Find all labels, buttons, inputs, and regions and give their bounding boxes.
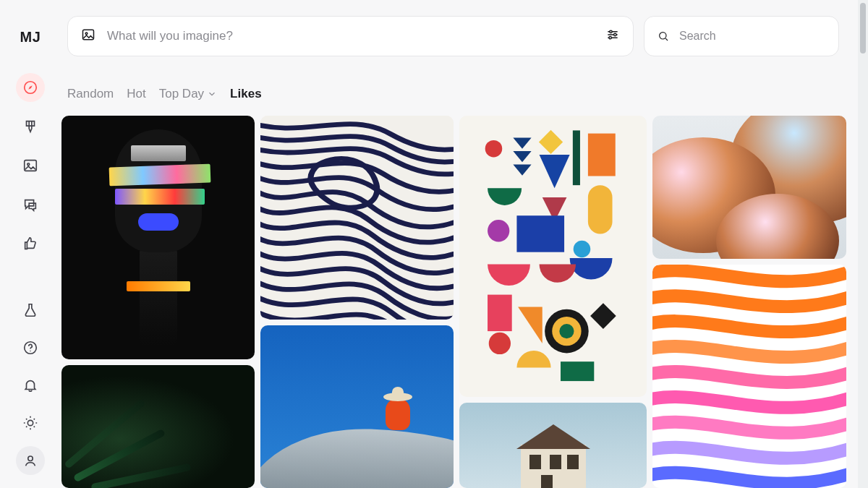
svg-point-7 [28, 456, 33, 461]
gallery-col-2 [260, 116, 454, 488]
gallery-tile-stones[interactable] [652, 116, 846, 259]
svg-rect-2 [25, 160, 37, 171]
gallery-tile-shapes[interactable] [459, 116, 647, 397]
sidebar-item-explore[interactable] [16, 73, 45, 102]
svg-rect-20 [573, 130, 580, 185]
imagine-bar[interactable] [67, 16, 634, 56]
svg-point-15 [485, 140, 503, 158]
sidebar-nav-top [16, 73, 45, 258]
artwork-placeholder [93, 129, 224, 346]
svg-rect-21 [588, 134, 616, 176]
image-icon [81, 27, 95, 45]
svg-point-12 [609, 37, 611, 39]
svg-rect-19 [539, 130, 563, 154]
gallery-col-1 [61, 116, 255, 488]
svg-rect-8 [83, 30, 94, 39]
svg-point-5 [30, 351, 30, 351]
svg-marker-17 [513, 151, 531, 162]
user-icon [22, 453, 38, 468]
sidebar-item-chat[interactable] [16, 190, 45, 219]
svg-point-29 [489, 333, 511, 354]
thumbs-up-icon [22, 236, 38, 252]
tab-random[interactable]: Random [67, 87, 114, 101]
svg-marker-16 [513, 138, 531, 149]
tab-likes[interactable]: Likes [230, 87, 261, 101]
tab-hot[interactable]: Hot [127, 87, 145, 101]
gallery-tile-monk[interactable] [260, 325, 454, 488]
prompt-settings-button[interactable] [605, 27, 620, 45]
image-icon [22, 158, 38, 174]
svg-point-27 [574, 241, 591, 258]
search-icon [658, 29, 669, 43]
svg-point-3 [27, 163, 30, 166]
svg-point-25 [488, 220, 509, 241]
sidebar: MJ [0, 0, 61, 488]
svg-point-11 [614, 33, 616, 35]
brand-logo[interactable]: MJ [20, 29, 41, 46]
sidebar-item-labs[interactable] [16, 296, 45, 325]
chat-icon [22, 197, 38, 213]
svg-point-9 [85, 33, 88, 35]
sidebar-item-gallery[interactable] [16, 151, 45, 180]
flask-icon [22, 302, 38, 318]
tab-top-day[interactable]: Top Day [159, 87, 217, 101]
filter-tabs: Random Hot Top Day Likes [67, 87, 262, 101]
gallery-tile-stripes[interactable] [260, 116, 454, 320]
svg-rect-34 [561, 361, 594, 381]
gallery-tile-waves[interactable] [652, 265, 846, 488]
svg-marker-1 [28, 85, 33, 90]
imagine-input[interactable] [106, 28, 595, 44]
paintbrush-icon [22, 119, 38, 134]
header [67, 16, 839, 56]
sidebar-item-account[interactable] [16, 446, 45, 475]
sidebar-item-create[interactable] [16, 112, 45, 141]
tab-top-day-label: Top Day [159, 87, 204, 101]
bell-icon [22, 377, 38, 393]
chevron-down-icon [207, 89, 217, 99]
gallery-tile-house[interactable] [459, 403, 647, 488]
svg-rect-28 [488, 295, 512, 331]
gallery-tile-foliage[interactable] [61, 365, 255, 488]
svg-rect-33 [590, 303, 616, 329]
svg-marker-22 [540, 155, 570, 188]
gallery [61, 116, 848, 488]
search-input[interactable] [678, 29, 825, 43]
search-bar[interactable] [644, 16, 839, 56]
svg-point-32 [559, 324, 574, 338]
svg-point-6 [27, 420, 33, 425]
sidebar-item-theme[interactable] [16, 408, 45, 437]
sidebar-nav-bottom [16, 296, 45, 475]
compass-icon [22, 80, 38, 95]
sidebar-item-notifications[interactable] [16, 371, 45, 400]
gallery-tile-painted-face[interactable] [61, 116, 255, 359]
page-scrollbar[interactable] [858, 0, 868, 488]
gallery-col-3 [459, 116, 647, 488]
svg-point-10 [610, 30, 612, 33]
sliders-icon [605, 27, 620, 42]
svg-point-13 [660, 33, 666, 39]
svg-marker-18 [513, 165, 531, 176]
svg-rect-23 [588, 185, 613, 234]
sun-icon [22, 415, 38, 431]
sidebar-item-help[interactable] [16, 333, 45, 362]
svg-rect-26 [516, 215, 564, 252]
scrollbar-thumb[interactable] [860, 3, 866, 53]
help-icon [22, 340, 38, 356]
gallery-col-4 [652, 116, 846, 488]
sidebar-item-like[interactable] [16, 229, 45, 258]
